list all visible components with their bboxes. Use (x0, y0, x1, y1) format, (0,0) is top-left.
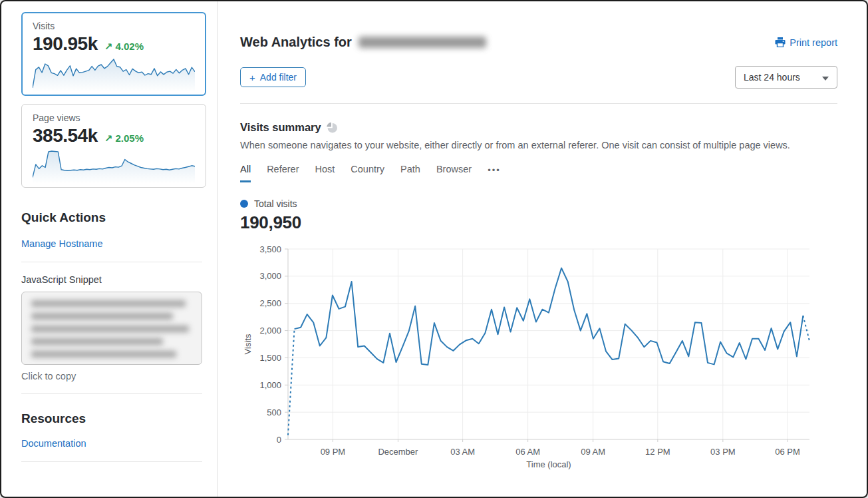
svg-text:Time (local): Time (local) (526, 459, 571, 469)
divider (21, 461, 202, 462)
visits-sparkline (33, 57, 195, 92)
svg-text:09 AM: 09 AM (581, 447, 605, 457)
redacted-code-line (31, 326, 189, 332)
svg-text:12 PM: 12 PM (645, 447, 670, 457)
print-report-link[interactable]: Print report (775, 37, 837, 48)
svg-text:500: 500 (267, 407, 281, 417)
divider (21, 262, 202, 262)
tab-browser[interactable]: Browser (436, 164, 472, 182)
svg-text:0: 0 (277, 435, 281, 445)
total-visits-value: 190,950 (240, 212, 837, 233)
main-content: Web Analytics for Print report + Add fil… (217, 1, 853, 497)
app-window: Visits 190.95k ↗ 4.02% Page views 385.54… (0, 0, 868, 498)
stat-card-visits[interactable]: Visits 190.95k ↗ 4.02% (21, 12, 206, 96)
page-title: Web Analytics for (240, 35, 486, 50)
divider (240, 103, 837, 104)
svg-text:03 PM: 03 PM (710, 447, 736, 457)
visits-chart: 05001,0001,5002,0002,5003,0003,50009 PMD… (240, 240, 837, 477)
divider (21, 393, 202, 394)
legend-total-visits[interactable]: Total visits (240, 198, 837, 209)
visits-line-chart: 05001,0001,5002,0002,5003,0003,50009 PMD… (240, 240, 832, 474)
tab-all[interactable]: All (240, 164, 251, 182)
svg-text:06 AM: 06 AM (515, 447, 540, 457)
svg-text:09 PM: 09 PM (321, 447, 346, 457)
svg-text:3,500: 3,500 (259, 244, 281, 254)
add-filter-button[interactable]: + Add filter (240, 67, 306, 87)
stat-card-page-views[interactable]: Page views 385.54k ↗ 2.05% (21, 104, 206, 188)
legend-dot-icon (240, 200, 248, 208)
time-range-dropdown[interactable]: Last 24 hours (735, 66, 837, 89)
javascript-snippet-box[interactable] (21, 292, 202, 365)
manage-hostname-link[interactable]: Manage Hostname (21, 238, 103, 249)
redacted-code-line (31, 338, 163, 345)
svg-text:2,000: 2,000 (259, 326, 281, 336)
visits-summary-title: Visits summary (240, 121, 321, 134)
chevron-down-icon (822, 77, 829, 81)
redacted-code-line (31, 351, 176, 358)
stat-value: 385.54k (33, 125, 98, 146)
up-right-arrow-icon: ↗ (104, 132, 113, 144)
trend-delta: ↗ 2.05% (104, 132, 144, 144)
quick-actions-heading: Quick Actions (21, 210, 207, 225)
redacted-domain (359, 37, 486, 48)
tab-country[interactable]: Country (351, 164, 384, 182)
stat-label: Visits (33, 21, 195, 31)
printer-icon (775, 37, 786, 47)
pie-chart-icon (327, 123, 337, 133)
tab-path[interactable]: Path (400, 164, 420, 182)
page-views-sparkline (33, 149, 195, 184)
resources-heading: Resources (21, 411, 207, 426)
summary-tabs: AllRefererHostCountryPathBrowser••• (240, 164, 837, 182)
stat-label: Page views (33, 113, 195, 123)
visits-summary-description: When someone navigates to your website, … (240, 140, 837, 150)
redacted-code-line (31, 300, 186, 307)
javascript-snippet-label: JavaScript Snippet (21, 274, 207, 285)
svg-text:Visits: Visits (243, 334, 253, 354)
trend-delta: ↗ 4.02% (104, 41, 144, 53)
svg-text:2,500: 2,500 (259, 298, 281, 308)
svg-text:06 PM: 06 PM (775, 447, 800, 457)
svg-text:1,500: 1,500 (259, 353, 281, 363)
sidebar: Visits 190.95k ↗ 4.02% Page views 385.54… (1, 1, 217, 497)
up-right-arrow-icon: ↗ (104, 41, 113, 52)
tab-more-options[interactable]: ••• (488, 165, 501, 181)
tab-host[interactable]: Host (315, 164, 335, 182)
documentation-link[interactable]: Documentation (21, 438, 86, 449)
svg-text:3,000: 3,000 (259, 271, 281, 281)
svg-text:December: December (378, 447, 418, 457)
stat-value: 190.95k (33, 33, 98, 55)
click-to-copy-hint: Click to copy (21, 371, 207, 381)
svg-text:1,000: 1,000 (259, 380, 281, 390)
tab-referer[interactable]: Referer (267, 164, 299, 182)
plus-icon: + (249, 73, 255, 83)
svg-text:03 AM: 03 AM (450, 447, 475, 457)
redacted-code-line (31, 313, 173, 320)
